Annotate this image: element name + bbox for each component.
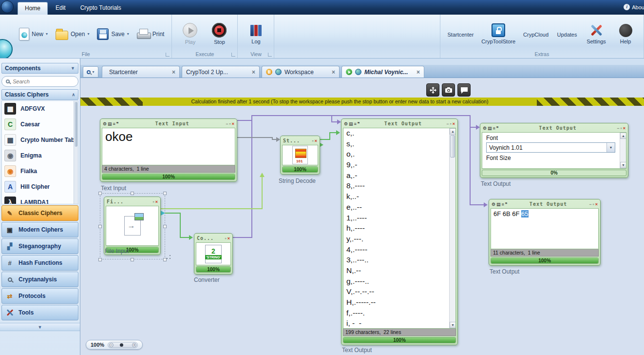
file-input-component[interactable]: Fi... ▫ × 100%	[104, 197, 161, 255]
maximize-icon[interactable]: ▫	[229, 121, 231, 127]
dialog-launcher-icon[interactable]	[268, 53, 272, 57]
tab-workspace[interactable]: Workspace ×	[262, 66, 340, 78]
vertical-scrollbar[interactable]: ▲ ▼	[620, 133, 626, 168]
ribbon-tab-crypto-tutorials[interactable]: Crypto Tutorials	[74, 2, 128, 15]
settings-button[interactable]: Settings	[583, 22, 609, 46]
open-button[interactable]: Open ▾	[53, 26, 92, 42]
close-icon[interactable]: ×	[252, 69, 255, 76]
text-output-main-component[interactable]: ⚙ ▤ ≡ ❞ Text Output − ▫ × c,. s,. o,. 9,…	[341, 118, 458, 345]
comment-icon[interactable]: ❞	[496, 125, 499, 131]
selection-handle[interactable]	[98, 192, 102, 195]
scrollbar-thumb[interactable]	[75, 102, 77, 147]
selection-handle[interactable]	[131, 258, 134, 261]
play-button[interactable]: Play	[177, 21, 203, 46]
comment-icon[interactable]: ❞	[505, 201, 508, 207]
component-search[interactable]	[1, 76, 78, 87]
category-modern-ciphers[interactable]: ▣ Modern Ciphers	[1, 222, 78, 237]
search-input[interactable]	[13, 79, 74, 84]
comment-icon[interactable]: ❞	[358, 121, 360, 127]
selection-handle[interactable]	[163, 192, 167, 195]
help-button[interactable]: Help	[612, 22, 639, 46]
gear-icon[interactable]: ⚙	[103, 121, 107, 127]
category-cryptanalysis[interactable]: Cryptanalysis	[1, 272, 78, 287]
crypcloud-button[interactable]: CrypCloud	[521, 29, 551, 39]
scroll-down-icon[interactable]: ▼	[450, 322, 456, 328]
fit-to-screen-button[interactable]	[426, 83, 439, 97]
sidebar-item-lambda1[interactable]: λ LAMBDA1	[2, 195, 78, 204]
gear-icon[interactable]: ⚙	[344, 121, 348, 127]
text-input-value[interactable]: okoe	[102, 128, 235, 145]
comment-icon[interactable]: ❞	[116, 121, 119, 127]
hex-output-value[interactable]: 6F 6B 6F 65	[491, 209, 598, 219]
font-select[interactable]: Voynich 1.01 ▾	[486, 142, 615, 153]
category-protocols[interactable]: ⇄ Protocols	[1, 288, 78, 304]
sidebar-item-fialka[interactable]: ◉ Fialka	[2, 163, 78, 179]
sidebar-scrollbar[interactable]	[74, 101, 78, 204]
print-button[interactable]: Print	[134, 26, 167, 42]
sidebar-item-hill-cipher[interactable]: A Hill Cipher	[2, 179, 78, 195]
component-titlebar[interactable]: ⚙ ▤ ≡ ❞ Text Output − ▫ ×	[482, 125, 626, 132]
maximize-icon[interactable]: ▫	[153, 199, 154, 205]
component-titlebar[interactable]: St... ▫ ×	[282, 138, 318, 145]
text-input-component[interactable]: ⚙ ▤ ≡ ❞ Text Input − ▫ × okoe 4 characte…	[100, 118, 237, 182]
stop-button[interactable]: Stop	[206, 21, 232, 46]
sidebar-expander[interactable]: ▼	[0, 323, 80, 331]
component-titlebar[interactable]: ⚙ ▤ ≡ ❞ Text Output − ▫ ×	[491, 201, 599, 208]
startcenter-button[interactable]: Startcenter	[445, 29, 476, 39]
close-icon[interactable]: ×	[227, 236, 230, 241]
scrollbar-thumb[interactable]	[450, 135, 455, 158]
scroll-down-icon[interactable]: ▼	[620, 162, 626, 168]
tab-startcenter[interactable]: Startcenter ×	[102, 66, 180, 78]
close-icon[interactable]: ×	[623, 125, 625, 131]
dialog-launcher-icon[interactable]	[231, 53, 235, 57]
scroll-up-icon[interactable]: ▲	[620, 133, 626, 139]
list-icon[interactable]: ≡	[493, 125, 495, 131]
app-logo-icon[interactable]	[1, 0, 14, 13]
selection-handle[interactable]	[98, 225, 102, 228]
minimize-icon[interactable]: −	[589, 201, 591, 207]
close-icon[interactable]: ×	[595, 201, 598, 207]
close-icon[interactable]: ×	[155, 199, 158, 205]
save-button[interactable]: Save ▾	[95, 26, 131, 42]
category-hash-functions[interactable]: # Hash Functions	[1, 255, 78, 271]
updates-button[interactable]: Updates	[554, 29, 580, 39]
zoom-in-button[interactable]: +	[132, 343, 136, 347]
list-icon[interactable]: ≡	[354, 121, 357, 127]
text-output-area[interactable]: 6F 6B 6F 65	[491, 208, 599, 249]
gear-icon[interactable]: ⚙	[492, 201, 495, 207]
text-input-area[interactable]: okoe	[102, 128, 235, 165]
close-icon[interactable]: ×	[315, 138, 317, 144]
scroll-up-icon[interactable]: ▲	[450, 128, 456, 135]
screenshot-button[interactable]	[442, 83, 455, 97]
category-classic-ciphers[interactable]: ✎ Classic Ciphers	[1, 205, 78, 221]
maximize-icon[interactable]: ▫	[593, 201, 594, 207]
component-titlebar[interactable]: Co... ▫ ×	[196, 235, 231, 242]
close-icon[interactable]: ×	[172, 69, 175, 76]
ribbon-tab-edit[interactable]: Edit	[49, 2, 73, 15]
new-button[interactable]: New ▾	[17, 26, 50, 42]
maximize-icon[interactable]: ▫	[225, 236, 227, 241]
gear-icon[interactable]: ⚙	[483, 125, 487, 131]
sidebar-item-caesar[interactable]: C Caesar	[2, 117, 78, 132]
component-titlebar[interactable]: Fi... ▫ ×	[106, 198, 159, 206]
close-icon[interactable]: ×	[453, 121, 455, 127]
close-icon[interactable]: ×	[417, 69, 420, 76]
vertical-scrollbar[interactable]: ▲ ▼	[449, 128, 455, 328]
string-decode-component[interactable]: St... ▫ × 100%	[280, 136, 320, 175]
minimize-icon[interactable]: −	[617, 125, 619, 131]
about-button[interactable]: i About	[624, 4, 644, 10]
classic-ciphers-group-header[interactable]: Classic Ciphers ∧	[1, 89, 78, 100]
component-titlebar[interactable]: ⚙ ▤ ≡ ❞ Text Input − ▫ ×	[102, 120, 235, 128]
workspace-canvas[interactable]: Calculation finished after 1 second (To …	[80, 78, 644, 355]
minimize-icon[interactable]: −	[446, 121, 449, 127]
comment-button[interactable]	[457, 83, 471, 97]
list-icon[interactable]: ≡	[113, 121, 115, 127]
components-header[interactable]: Components ▼	[1, 63, 78, 74]
sidebar-item-enigma[interactable]: ◉ Enigma	[2, 148, 78, 163]
close-icon[interactable]: ×	[232, 121, 234, 127]
cryptoolstore-button[interactable]: CrypToolStore	[479, 22, 518, 46]
maximize-icon[interactable]: ▫	[312, 138, 314, 144]
converter-component[interactable]: Co... ▫ × 2 'STRING' 100%	[194, 233, 233, 275]
grid-icon[interactable]: ▤	[496, 201, 501, 207]
category-tools[interactable]: Tools	[1, 305, 78, 320]
